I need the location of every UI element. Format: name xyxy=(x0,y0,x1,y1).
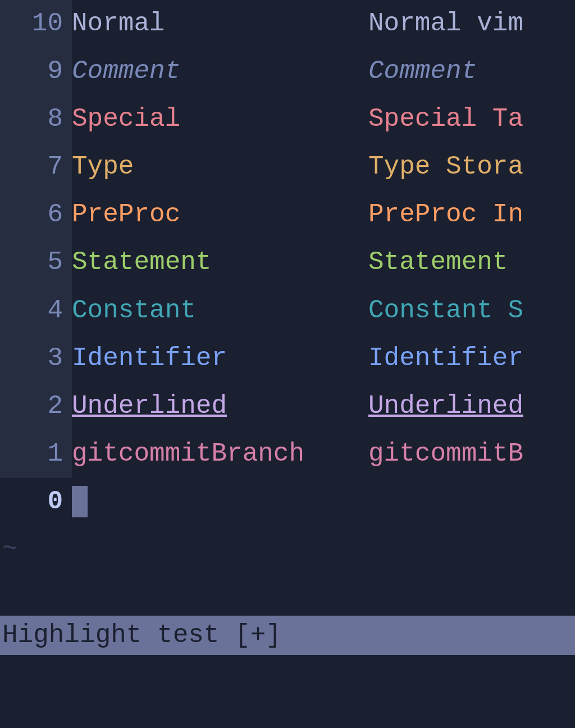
highlight-name: Underlined xyxy=(72,383,368,430)
line-number-current: 0 xyxy=(0,478,72,526)
line-number: 10 xyxy=(0,0,72,48)
highlight-name: PreProc xyxy=(72,191,368,239)
highlight-name: Special xyxy=(72,95,368,143)
line-row[interactable]: 4 Constant Constant S xyxy=(0,287,575,335)
tilde-icon: ~ xyxy=(2,526,18,574)
line-number: 7 xyxy=(0,143,72,191)
line-row-current[interactable]: 0 xyxy=(0,478,575,526)
highlight-sample: Identifier xyxy=(368,335,523,383)
highlight-sample: Special Ta xyxy=(368,95,523,143)
line-row[interactable]: 5 Statement Statement xyxy=(0,239,575,286)
line-row[interactable]: 3 Identifier Identifier xyxy=(0,335,575,383)
line-number: 5 xyxy=(0,239,72,286)
line-row[interactable]: 2 Underlined Underlined xyxy=(0,383,575,430)
line-row[interactable]: 1 gitcommitBranch gitcommitB xyxy=(0,430,575,478)
cursor xyxy=(72,486,88,517)
line-number: 6 xyxy=(0,191,72,239)
highlight-name: Comment xyxy=(72,48,368,95)
highlight-sample: Normal vim xyxy=(368,0,523,48)
highlight-sample: Type Stora xyxy=(368,143,523,191)
line-number: 1 xyxy=(0,430,72,478)
highlight-sample: Statement xyxy=(368,239,508,286)
highlight-name: Statement xyxy=(72,239,368,286)
line-number: 3 xyxy=(0,335,72,383)
highlight-name: gitcommitBranch xyxy=(72,430,368,478)
line-number: 4 xyxy=(0,287,72,335)
line-number: 8 xyxy=(0,95,72,143)
highlight-name: Type xyxy=(72,143,368,191)
highlight-sample: PreProc In xyxy=(368,191,523,239)
editor: 10 Normal Normal vim 9 Comment Comment 8… xyxy=(0,0,575,728)
highlight-name: Constant xyxy=(72,287,368,335)
line-row[interactable]: 9 Comment Comment xyxy=(0,48,575,95)
line-number: 9 xyxy=(0,48,72,95)
highlight-sample: gitcommitB xyxy=(368,430,523,478)
highlight-sample: Constant S xyxy=(368,287,523,335)
empty-line-tilde: ~ xyxy=(0,526,575,574)
highlight-name: Normal xyxy=(72,0,368,48)
line-row[interactable]: 6 PreProc PreProc In xyxy=(0,191,575,239)
editor-lines[interactable]: 10 Normal Normal vim 9 Comment Comment 8… xyxy=(0,0,575,616)
status-line: Highlight test [+] xyxy=(0,616,575,655)
line-number: 2 xyxy=(0,383,72,430)
line-row[interactable]: 8 Special Special Ta xyxy=(0,95,575,143)
buffer-name: Highlight test [+] xyxy=(2,621,281,650)
line-row[interactable]: 10 Normal Normal vim xyxy=(0,0,575,48)
command-area[interactable] xyxy=(0,655,575,728)
line-row[interactable]: 7 Type Type Stora xyxy=(0,143,575,191)
highlight-name: Identifier xyxy=(72,335,368,383)
highlight-sample: Comment xyxy=(368,48,477,95)
highlight-sample: Underlined xyxy=(368,383,523,430)
